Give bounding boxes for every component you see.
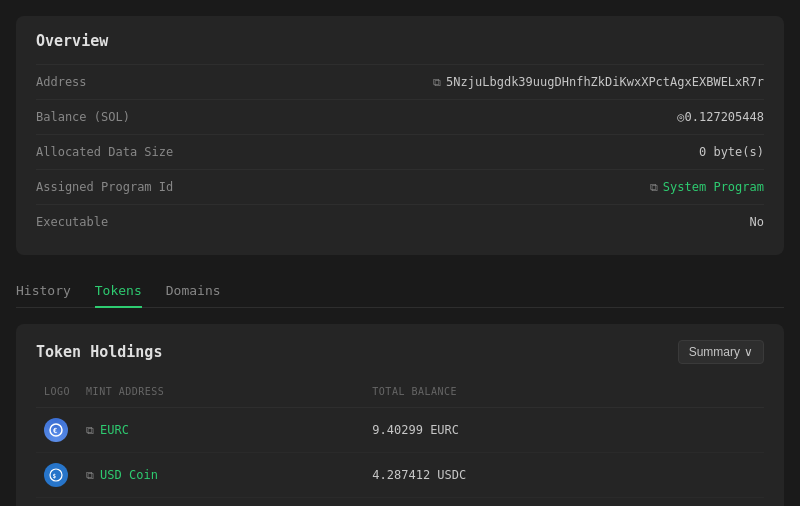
- copy-icon-program[interactable]: ⧉: [650, 181, 658, 194]
- tabs-container: History Tokens Domains: [16, 275, 784, 308]
- overview-row-data-size: Allocated Data Size 0 byte(s): [36, 134, 764, 169]
- data-size-value: 0 byte(s): [699, 145, 764, 159]
- overview-row-program-id: Assigned Program Id ⧉ System Program: [36, 169, 764, 204]
- usdc-link[interactable]: USD Coin: [100, 468, 158, 482]
- summary-button[interactable]: Summary ∨: [678, 340, 764, 364]
- token-table: LOGO MINT ADDRESS TOTAL BALANCE €: [36, 380, 764, 506]
- token-logo-cell: $: [36, 453, 78, 498]
- eurc-logo: €: [44, 418, 68, 442]
- col-logo: LOGO: [36, 380, 78, 408]
- mint-link-icon-usdc[interactable]: ⧉: [86, 469, 94, 482]
- holdings-header: Token Holdings Summary ∨: [36, 340, 764, 364]
- tab-domains[interactable]: Domains: [166, 275, 221, 308]
- address-value: ⧉ 5NzjuLbgdk39uugDHnfhZkDiKwxXPctAgxEXBW…: [433, 75, 764, 89]
- mint-link-icon-eurc[interactable]: ⧉: [86, 424, 94, 437]
- overview-card: Overview Address ⧉ 5NzjuLbgdk39uugDHnfhZ…: [16, 16, 784, 255]
- col-mint: MINT ADDRESS: [78, 380, 364, 408]
- token-name-cell: ⧉ USD Coin: [78, 453, 364, 498]
- copy-icon-address[interactable]: ⧉: [433, 76, 441, 89]
- token-name-cell: ⧉ Manusv2: [78, 498, 364, 507]
- overview-row-address: Address ⧉ 5NzjuLbgdk39uugDHnfhZkDiKwxXPc…: [36, 64, 764, 99]
- tab-history[interactable]: History: [16, 275, 71, 308]
- overview-row-balance: Balance (SOL) ◎0.127205448: [36, 99, 764, 134]
- address-label: Address: [36, 75, 87, 89]
- program-id-link[interactable]: System Program: [663, 180, 764, 194]
- manus-balance: 1000000000 MNSV2: [364, 498, 764, 507]
- svg-text:$: $: [53, 472, 57, 479]
- chevron-down-icon: ∨: [744, 345, 753, 359]
- program-id-value: ⧉ System Program: [650, 180, 764, 194]
- program-id-label: Assigned Program Id: [36, 180, 173, 194]
- eurc-balance: 9.40299 EURC: [364, 408, 764, 453]
- token-logo-cell: M: [36, 498, 78, 507]
- balance-value: ◎0.127205448: [677, 110, 764, 124]
- main-container: Overview Address ⧉ 5NzjuLbgdk39uugDHnfhZ…: [0, 0, 800, 506]
- overview-title: Overview: [36, 32, 764, 50]
- table-row: M ⧉ Manusv2 1000000000 MNSV2: [36, 498, 764, 507]
- executable-label: Executable: [36, 215, 108, 229]
- usdc-balance: 4.287412 USDC: [364, 453, 764, 498]
- tab-tokens[interactable]: Tokens: [95, 275, 142, 308]
- data-size-label: Allocated Data Size: [36, 145, 173, 159]
- holdings-card: Token Holdings Summary ∨ LOGO MINT ADDRE…: [16, 324, 784, 506]
- table-row: $ ⧉ USD Coin 4.287412 USDC: [36, 453, 764, 498]
- token-name-cell: ⧉ EURC: [78, 408, 364, 453]
- svg-text:€: €: [53, 427, 57, 435]
- overview-row-executable: Executable No: [36, 204, 764, 239]
- executable-value: No: [750, 215, 764, 229]
- table-row: € ⧉ EURC 9.40299 EURC: [36, 408, 764, 453]
- balance-label: Balance (SOL): [36, 110, 130, 124]
- holdings-title: Token Holdings: [36, 343, 162, 361]
- usdc-logo: $: [44, 463, 68, 487]
- token-logo-cell: €: [36, 408, 78, 453]
- eurc-link[interactable]: EURC: [100, 423, 129, 437]
- col-balance: TOTAL BALANCE: [364, 380, 764, 408]
